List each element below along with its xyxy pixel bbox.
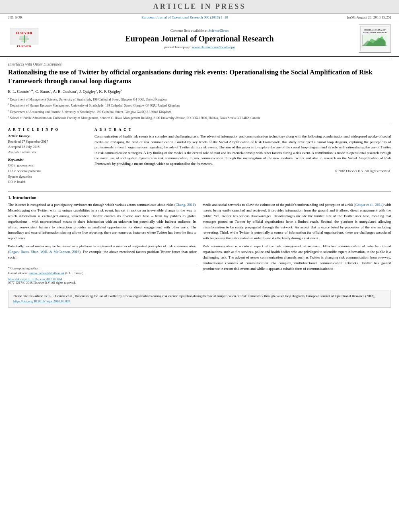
footnote-doi-link[interactable]: https://doi.org/10.1016/j.ejor.2018.07.0… bbox=[8, 277, 62, 281]
abstract-header: A B S T R A C T bbox=[95, 127, 391, 131]
sciencedirect-text: Contents lists available at ScienceDirec… bbox=[44, 29, 355, 33]
citation-box: Please cite this article as: E.L. Comrie… bbox=[8, 290, 391, 308]
footnote-corresponding: * Corresponding author. bbox=[8, 267, 197, 270]
footnote-email-name: (E.L. Comrie). bbox=[65, 271, 84, 275]
intro-left-col: The internet is recognised as a particip… bbox=[8, 202, 197, 286]
volume-info: European Journal of Operational Research… bbox=[23, 15, 347, 19]
homepage-label: journal homepage: bbox=[164, 45, 191, 49]
keyword-1: OR in societal problems bbox=[8, 168, 88, 174]
journal-center: Contents lists available at ScienceDirec… bbox=[44, 29, 355, 49]
article-info-col: A R T I C L E I N F O Article history: R… bbox=[8, 127, 88, 188]
svg-text:ELSEVIER: ELSEVIER bbox=[17, 45, 31, 48]
history-label: Article history: bbox=[8, 134, 88, 138]
footnote-area: * Corresponding author. E-mail address: … bbox=[8, 264, 197, 285]
intro-body-columns: The internet is recognised as a particip… bbox=[8, 202, 391, 286]
article-in-press-banner: ARTICLE IN PRESS bbox=[0, 0, 399, 14]
history-available: Available online xxx bbox=[8, 150, 88, 155]
intro-para-1: The internet is recognised as a particip… bbox=[8, 202, 197, 242]
article-history: Article history: Received 27 September 2… bbox=[8, 134, 88, 154]
citation-prefix: Please cite this article as: E.L. Comrie… bbox=[13, 294, 375, 298]
abstract-text: Communication of health risk events is a… bbox=[95, 134, 391, 166]
article-title: Rationalising the use of Twitter by offi… bbox=[8, 68, 391, 86]
ref-gaspar: Gaspar et al., 2014 bbox=[355, 203, 383, 207]
journal-title: European Journal of Operational Research bbox=[44, 34, 355, 43]
section-number: 1. bbox=[8, 195, 11, 200]
history-received: Received 27 September 2017 bbox=[8, 139, 88, 144]
affiliation-c: Department of Accounting and Finance, Un… bbox=[10, 110, 171, 113]
section-label-text: Interfaces with Other Disciplines bbox=[8, 62, 62, 66]
top-meta-row: JID: EOR European Journal of Operational… bbox=[0, 14, 399, 21]
intro-right-para-1: media and social networks to allow the e… bbox=[203, 202, 391, 242]
copyright-text: © 2018 Elsevier B.V. All rights reserved… bbox=[95, 169, 391, 173]
keyword-2: System dynamics bbox=[8, 174, 88, 180]
intro-divider bbox=[8, 191, 391, 192]
affiliation-a: Department of Management Science, Univer… bbox=[10, 97, 167, 101]
intro-right-col: media and social networks to allow the e… bbox=[203, 202, 391, 286]
keyword-0: OR in government bbox=[8, 163, 88, 168]
svg-text:OPERATIONAL RESEARCH: OPERATIONAL RESEARCH bbox=[363, 31, 387, 33]
footnote-email-label: E-mail address: bbox=[8, 271, 28, 275]
article-info-header: A R T I C L E I N F O bbox=[8, 127, 88, 131]
footnote-issn: 0377-2217/© 2018 Elsevier B.V. All right… bbox=[8, 281, 197, 285]
main-content: Interfaces with Other Disciplines Ration… bbox=[0, 57, 399, 311]
footnote-doi-line: https://doi.org/10.1016/j.ejor.2018.07.0… bbox=[8, 277, 197, 281]
banner-text: ARTICLE IN PRESS bbox=[153, 2, 246, 10]
svg-text:EUROPEAN JOURNAL OF: EUROPEAN JOURNAL OF bbox=[364, 29, 386, 31]
intro-para-2: Potentially, social media may be harness… bbox=[8, 244, 197, 261]
intro-right-para-2: Risk communication is a critical aspect … bbox=[203, 244, 391, 272]
section-label: Interfaces with Other Disciplines bbox=[8, 60, 391, 66]
homepage-line: journal homepage: www.elsevier.com/locat… bbox=[44, 45, 355, 49]
ref-chung: Chung, 2011 bbox=[176, 203, 195, 207]
abstract-col: A B S T R A C T Communication of health … bbox=[95, 127, 391, 188]
keywords-label: Keywords: bbox=[8, 158, 88, 162]
footnote-issn-text: 0377-2217/© 2018 Elsevier B.V. All right… bbox=[8, 281, 76, 285]
keyword-3: OR in health bbox=[8, 179, 88, 185]
citation-doi-link[interactable]: https://doi.org/10.1016/j.ejor.2018.07.0… bbox=[13, 299, 70, 303]
keywords-section: Keywords: OR in government OR in societa… bbox=[8, 158, 88, 185]
jid-label: JID: EOR bbox=[8, 15, 23, 19]
ejor-logo-box: EUROPEAN JOURNAL OF OPERATIONAL RESEARCH bbox=[359, 25, 391, 53]
footnote-corresponding-text: * Corresponding author. bbox=[8, 267, 39, 270]
keywords-list: OR in government OR in societal problems… bbox=[8, 163, 88, 185]
section-title-text: Introduction bbox=[12, 195, 37, 200]
ref-regan: Regan, Raats, Shan, Wall, & McConnon, 20… bbox=[9, 250, 79, 254]
date-stamp: [m5G;August 20, 2018;15:25] bbox=[347, 15, 391, 19]
svg-text:ELSEVIER: ELSEVIER bbox=[16, 31, 33, 35]
journal-header: ELSEVIER ELSEVIER Contents lists availab… bbox=[0, 21, 399, 57]
affiliation-b: Department of Human Resource Management,… bbox=[10, 104, 180, 107]
info-abstract-columns: A R T I C L E I N F O Article history: R… bbox=[8, 124, 391, 188]
homepage-url[interactable]: www.elsevier.com/locate/ejor bbox=[192, 45, 235, 49]
footnote-email: E-mail address: emma.comrie@strath.ac.uk… bbox=[8, 271, 197, 275]
elsevier-logo: ELSEVIER ELSEVIER bbox=[8, 26, 40, 51]
intro-section-title: 1. Introduction bbox=[8, 195, 391, 200]
affiliations: a Department of Management Science, Univ… bbox=[8, 97, 391, 121]
authors-line: E. L. Comriea,∗, C. Burnsb, A. B. Coulso… bbox=[8, 89, 391, 94]
sciencedirect-link[interactable]: ScienceDirect bbox=[208, 29, 228, 33]
affiliation-d: School of Public Administration, Dalhous… bbox=[10, 116, 260, 120]
footnote-email-link[interactable]: emma.comrie@strath.ac.uk bbox=[29, 271, 64, 275]
history-accepted: Accepted 18 July 2018 bbox=[8, 144, 88, 150]
